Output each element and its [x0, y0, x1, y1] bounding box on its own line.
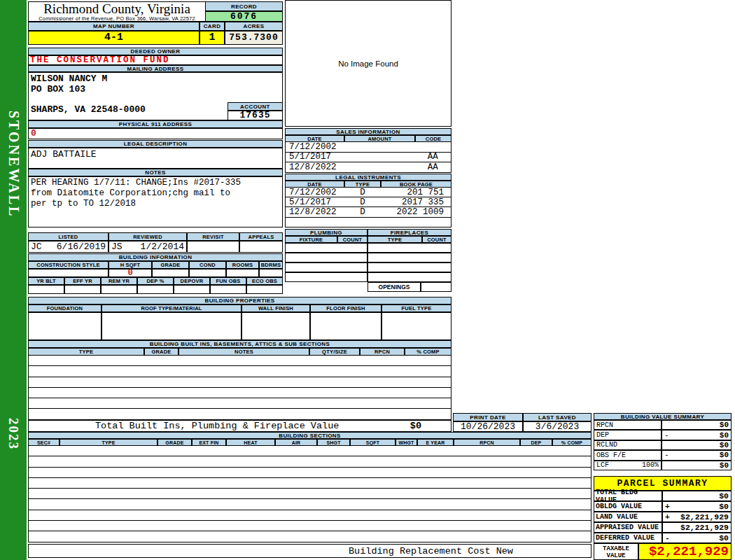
review-value-row: JC 6/16/2019 JS 1/2/2014	[28, 241, 283, 253]
openings-value	[421, 282, 451, 292]
bi-rpcn-header: RPCN	[360, 348, 405, 356]
bvs-row: RCLND $0	[594, 440, 732, 450]
appeals-header: APPEALS	[239, 232, 283, 241]
instr-type-header: TYPE	[344, 181, 381, 188]
instr-date: 5/1/2017	[286, 197, 344, 207]
listed-header: LISTED	[28, 232, 108, 241]
reviewed-by: JS	[111, 241, 122, 252]
no-image-text: No Image Found	[338, 59, 398, 68]
bvs-value: $0	[720, 421, 729, 429]
bi-grade-header: GRADE	[144, 348, 178, 356]
table-row: 7/12/2002 D 201 751	[286, 188, 451, 197]
fireplaces-header: FIREPLACES	[368, 229, 451, 236]
plumb-count-header: COUNT	[337, 236, 368, 243]
listed-date: 6/16/2019	[57, 241, 106, 252]
instr-type: D	[344, 197, 381, 207]
mailing-line-3: SHARPS, VA 22548-0000	[31, 104, 146, 115]
deeded-owner-header: DEEDED OWNER	[28, 48, 283, 55]
bvs-value: $0	[720, 441, 729, 449]
card-header: CARD	[200, 22, 225, 31]
property-record-card: STONEWALL 2023 Richmond County, Virginia…	[0, 0, 735, 560]
bvs-label: RPCN	[596, 421, 613, 429]
bs-grade-header: GRADE	[158, 439, 192, 446]
empty-row	[29, 398, 451, 409]
account-number: 17635	[227, 111, 283, 120]
revisit-value	[187, 241, 239, 253]
bs-rpcn-header: RPCN	[454, 439, 520, 446]
notes-line-2: from Diatomite Corporation;chg mail to	[31, 188, 282, 199]
sale-date: 7/12/2002	[286, 142, 344, 152]
building-properties-columns: FOUNDATION ROOF TYPE/MATERIAL WALL FINIS…	[28, 304, 451, 312]
table-row: 12/8/2022 D 2022 1009	[286, 207, 451, 217]
building-sections-empty-rows	[28, 446, 592, 542]
parcel-row: OBLDG VALUE +$0	[594, 501, 732, 512]
parcel-label: LAND VALUE	[594, 512, 662, 522]
bdrms-value	[259, 269, 283, 277]
empty-row	[29, 510, 591, 521]
notes-line-3: per tp to TO 12/2018	[31, 199, 282, 209]
empty-row	[29, 446, 591, 456]
fp-count-header: COUNT	[422, 236, 451, 243]
ecoobs-header: ECO OBS	[246, 277, 283, 285]
construction-style-header: CONSTRUCTION STYLE	[28, 261, 108, 269]
bdrms-header: BDRMS	[259, 261, 283, 269]
empty-row	[29, 478, 591, 489]
tax-year: 2023	[0, 402, 27, 465]
parcel-row: LAND VALUE +$2,221,929	[594, 512, 732, 522]
taxable-value-label: TAXABLE VALUE	[594, 543, 638, 560]
record-header: RECORD	[205, 1, 283, 11]
review-header-row: LISTED REVIEWED REVISIT APPEALS	[28, 232, 283, 241]
effyr-header: EFF YR	[64, 277, 101, 285]
mailing-line-2: PO BOX 103	[31, 84, 85, 94]
empty-row	[29, 499, 591, 510]
instr-date-header: DATE	[285, 181, 344, 188]
revisit-header: REVISIT	[187, 232, 239, 241]
bvs-label: DEP	[596, 431, 609, 439]
physical-address-value: 0	[28, 128, 283, 139]
whgt-header: WHGT	[396, 439, 417, 446]
openings-label: OPENINGS	[368, 282, 421, 292]
parcel-value: $0	[719, 533, 729, 542]
bvs-label: OBS F/E	[596, 451, 626, 459]
built-ins-total-value: $0	[410, 421, 421, 431]
bvs-label: RCLND	[596, 441, 617, 449]
remyr-header: REM YR	[101, 277, 137, 285]
built-ins-empty-rows	[28, 356, 451, 420]
legal-instruments-header: LEGAL INSTRUMENTS	[285, 174, 451, 181]
building-value-summary-table: RPCN $0 DEP -$0 RCLND $0 OBS F/E -$0 LCF…	[594, 420, 732, 470]
cond-value	[189, 269, 226, 277]
parcel-label: TOTAL BLDG VALUE	[594, 491, 662, 501]
plumbing-fireplaces-columns: FIXTURE COUNT TYPE COUNT	[285, 236, 451, 243]
footer-row: Building Replacement Cost New	[28, 544, 592, 558]
sale-date: 12/8/2022	[286, 162, 344, 172]
print-date-header: PRINT DATE	[453, 413, 523, 421]
bvs-row: OBS F/E -$0	[594, 450, 732, 460]
funobs-header: FUN OBS	[210, 277, 246, 285]
built-ins-total-label: Total Built Ins, Plumbing & Fireplace Va…	[95, 421, 339, 431]
parcel-value: $2,221,929	[680, 523, 729, 532]
reviewed-date: 1/2/2014	[141, 241, 184, 252]
bi-comp-header: % COMP	[405, 348, 451, 356]
notes-line-1: PER HEARING 1/7/11: CHANGE;Ins #2017-335	[31, 178, 282, 188]
taxable-value: $2,221,929	[638, 543, 732, 560]
empty-row	[29, 366, 451, 377]
empty-row	[29, 356, 451, 366]
instruments-columns: DATE TYPE BOOK PAGE	[285, 181, 451, 188]
parcel-row: APPRAISED VALUE $2,221,929	[594, 522, 732, 533]
bvs-value: $0	[720, 431, 729, 440]
instruments-rows: 7/12/2002 D 201 751 5/1/2017 D 2017 335 …	[285, 188, 451, 227]
construction-style-value	[28, 269, 108, 277]
parcel-label: DEFERRED VALUE	[594, 533, 662, 543]
bi-type-header: TYPE	[28, 348, 144, 356]
sales-information-header: SALES INFORMATION	[285, 128, 451, 135]
sale-code: AA	[414, 152, 451, 162]
depovr-header: DEPOVR	[174, 277, 210, 285]
empty-row	[29, 388, 451, 398]
parcel-row: TOTAL BLDG VALUE $0	[594, 491, 732, 501]
fp-type-header: TYPE	[368, 236, 422, 243]
sqft-header: SQFT	[350, 439, 396, 446]
empty-row	[29, 521, 591, 531]
rooms-header: ROOMS	[226, 261, 259, 269]
table-row: 12/8/2022 AA	[286, 162, 451, 173]
bvs-row: LCF100% $0	[594, 461, 732, 470]
